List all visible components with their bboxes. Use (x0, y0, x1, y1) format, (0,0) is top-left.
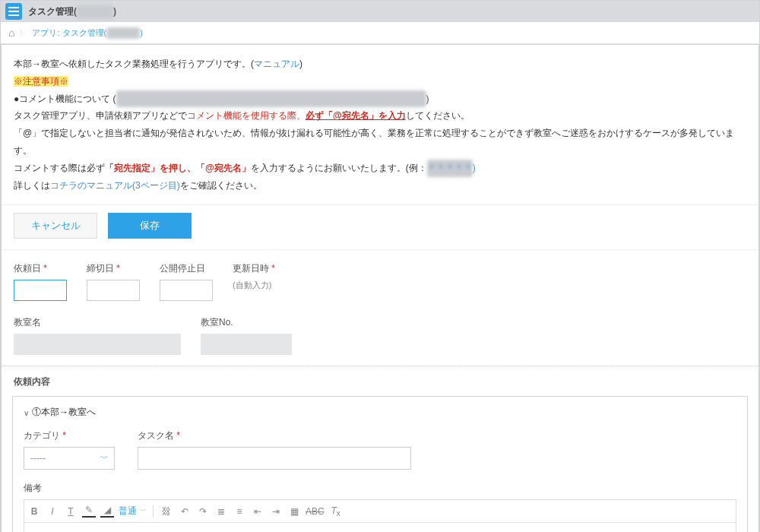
form-area: 依頼日 締切日 公開停止日 更新日時 (自動入力) 教室名 (2, 250, 758, 366)
stop-date-label: 公開停止日 (160, 262, 213, 275)
highlight-icon[interactable]: ◢ (100, 505, 114, 518)
indent-icon[interactable]: ⇥ (269, 506, 283, 517)
stop-date-input[interactable] (160, 280, 213, 301)
updated-hint: (自動入力) (233, 280, 271, 290)
classroom-no-field (201, 334, 292, 355)
request-date-label: 依頼日 (14, 262, 67, 275)
save-button[interactable]: 保存 (108, 213, 192, 239)
header-title-redacted: ＊＊＊＊ (77, 5, 113, 18)
warning-label: ※注意事項※ (14, 76, 68, 87)
rich-text-toolbar: B I T ✎ ◢ 普通﹀ ⛓ ↶ ↷ ≣ ≡ ⇤ ⇥ ▦ ABC Tx (24, 499, 736, 522)
clear-format-icon[interactable]: ABC (306, 506, 325, 517)
chevron-down-icon (24, 407, 29, 418)
redo-icon[interactable]: ↷ (196, 506, 210, 517)
category-label: カテゴリ (24, 429, 115, 442)
breadcrumb: アプリ: タスク管理(＊＊＊＊) (1, 22, 759, 44)
bullet-list-icon[interactable]: ≣ (214, 506, 228, 517)
action-bar: キャンセル 保存 (2, 204, 758, 250)
notice-redacted-2: ＊＊＊＊＊ (427, 160, 473, 177)
bold-icon[interactable]: B (27, 506, 41, 517)
request-panel: ①本部→教室へ カテゴリ ----- ﹀ タスク名 備考 (12, 396, 748, 532)
notice-block: 本部→教室へ依頼したタスク業務処理を行うアプリです。(マニュアル) ※注意事項※… (2, 45, 758, 204)
table-icon[interactable]: ▦ (287, 506, 301, 517)
due-date-input[interactable] (87, 280, 140, 301)
manual-link[interactable]: マニュアル (254, 59, 299, 69)
remove-style-icon[interactable]: Tx (329, 505, 343, 518)
underline-icon[interactable]: T (64, 506, 78, 517)
chevron-right-icon (19, 27, 27, 39)
home-icon[interactable] (8, 27, 14, 39)
request-date-input[interactable] (14, 280, 67, 301)
task-name-input[interactable] (138, 447, 411, 470)
classroom-name-label: 教室名 (14, 316, 181, 329)
remarks-editor[interactable] (24, 522, 736, 532)
due-date-label: 締切日 (87, 262, 140, 275)
number-list-icon[interactable]: ≡ (233, 506, 246, 517)
breadcrumb-redacted: ＊＊＊＊ (106, 27, 140, 39)
link-icon[interactable]: ⛓ (160, 506, 173, 517)
detail-manual-link[interactable]: コチラのマニュアル(3ページ目) (50, 180, 180, 191)
chevron-down-icon: ﹀ (100, 453, 108, 464)
text-color-icon[interactable]: ✎ (82, 505, 96, 518)
cancel-button[interactable]: キャンセル (14, 213, 97, 239)
header-bar: タスク管理(＊＊＊＊) (1, 1, 759, 22)
panel-header[interactable]: ①本部→教室へ (24, 406, 736, 419)
classroom-name-field (14, 334, 181, 355)
category-dropdown[interactable]: ----- ﹀ (24, 447, 115, 470)
header-title: タスク管理(＊＊＊＊) (28, 5, 116, 18)
classroom-no-label: 教室No. (201, 316, 292, 329)
task-name-label: タスク名 (138, 429, 411, 442)
remarks-label: 備考 (24, 482, 736, 495)
outdent-icon[interactable]: ⇤ (251, 506, 264, 517)
breadcrumb-app-link[interactable]: アプリ: タスク管理(＊＊＊＊) (32, 27, 142, 39)
italic-icon[interactable]: I (46, 506, 59, 517)
font-size-dropdown[interactable]: 普通﹀ (119, 505, 147, 518)
updated-label: 更新日時 (233, 262, 275, 275)
undo-icon[interactable]: ↶ (178, 506, 192, 517)
app-list-icon (5, 3, 22, 20)
notice-redacted-1: ＊＊＊＊＊＊＊＊＊＊＊＊＊＊＊＊＊＊＊＊＊＊＊＊＊＊＊＊＊＊＊＊＊＊ (116, 90, 426, 108)
section-title: 依頼内容 (2, 366, 758, 391)
